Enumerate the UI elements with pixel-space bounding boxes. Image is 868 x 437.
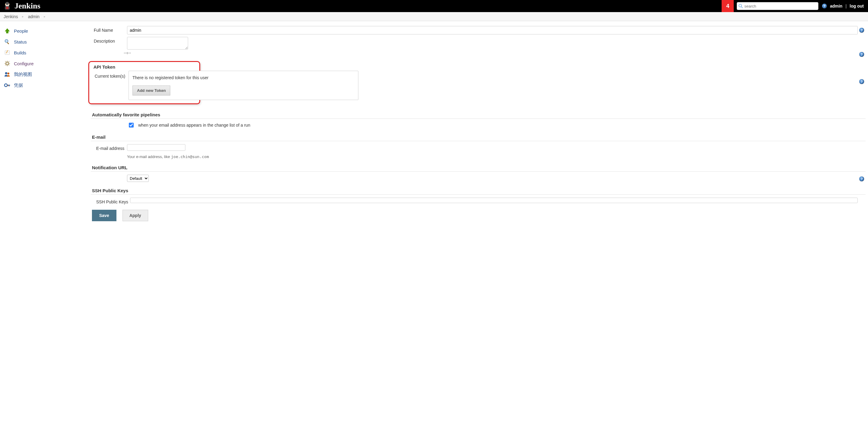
svg-point-5 — [7, 4, 8, 5]
svg-point-26 — [5, 72, 7, 74]
auto-favorite-label: when your email address appears in the c… — [138, 123, 250, 128]
api-token-highlight: API Token Current token(s) There is no r… — [88, 61, 200, 104]
side-panel: People Status Builds — [0, 21, 91, 95]
up-arrow-icon — [4, 27, 11, 34]
auto-favorite-heading: Automatically favorite pipelines — [91, 111, 866, 119]
svg-point-10 — [5, 40, 8, 43]
api-token-heading: API Token — [92, 64, 197, 70]
add-new-token-button[interactable]: Add new Token — [132, 86, 170, 96]
people-icon — [4, 71, 11, 78]
email-input[interactable] — [127, 144, 185, 151]
sidebar-item-builds[interactable]: Builds — [2, 47, 88, 58]
search-input[interactable] — [737, 2, 818, 10]
breadcrumb-root[interactable]: Jenkins — [4, 14, 18, 19]
svg-rect-30 — [9, 85, 10, 87]
svg-line-9 — [741, 7, 743, 8]
svg-rect-19 — [7, 65, 7, 66]
svg-rect-29 — [7, 85, 10, 86]
email-hint: Your e-mail address, like joe.chin@sun.c… — [127, 153, 209, 159]
jenkins-icon — [2, 1, 12, 11]
chevron-right-icon: ▸ — [44, 15, 45, 18]
search-icon — [4, 38, 11, 45]
svg-rect-7 — [6, 7, 8, 9]
svg-point-4 — [6, 4, 7, 5]
svg-point-27 — [7, 72, 9, 74]
token-panel: There is no registered token for this us… — [128, 71, 359, 100]
svg-point-28 — [4, 84, 7, 87]
sidebar-item-people[interactable]: People — [2, 25, 88, 36]
help-icon[interactable]: ? — [859, 176, 864, 181]
save-button[interactable]: Save — [92, 210, 117, 221]
help-icon[interactable]: ? — [859, 52, 864, 57]
help-icon[interactable]: ? — [822, 4, 827, 8]
top-header: Jenkins 4 ? admin | log out — [0, 0, 868, 12]
help-icon[interactable]: ? — [859, 79, 864, 84]
svg-rect-20 — [4, 63, 5, 64]
svg-rect-31 — [8, 85, 8, 87]
chevron-right-icon: ▸ — [22, 15, 24, 18]
description-label: Description — [91, 37, 127, 43]
breadcrumb-user[interactable]: admin — [28, 14, 39, 19]
sidebar-item-credentials[interactable]: 凭据 — [2, 80, 88, 91]
help-icon[interactable]: ? — [859, 28, 864, 33]
ssh-heading: SSH Public Keys — [91, 187, 866, 195]
resize-grip[interactable] — [127, 52, 128, 55]
search-icon — [738, 4, 743, 8]
description-textarea[interactable] — [127, 37, 188, 49]
current-tokens-label: Current token(s) — [92, 71, 125, 78]
svg-rect-11 — [7, 42, 9, 44]
svg-rect-18 — [7, 61, 7, 62]
sidebar-item-label: Status — [14, 39, 27, 44]
config-form: Full Name ? Description ? API Token — [91, 21, 868, 233]
gear-icon — [4, 60, 11, 67]
svg-rect-22 — [5, 61, 6, 62]
notification-url-heading: Notification URL — [91, 164, 866, 172]
current-user-link[interactable]: admin — [830, 4, 842, 8]
email-label: E-mail address — [91, 144, 127, 151]
sidebar-item-label: 凭据 — [14, 82, 23, 88]
apply-button[interactable]: Apply — [123, 210, 148, 221]
logo[interactable]: Jenkins — [0, 1, 40, 11]
auto-favorite-checkbox[interactable] — [129, 123, 134, 128]
sidebar-item-status[interactable]: Status — [2, 36, 88, 47]
svg-point-17 — [7, 63, 8, 64]
logo-text: Jenkins — [14, 1, 40, 10]
sidebar-item-label: Configure — [14, 61, 34, 66]
separator: | — [845, 4, 846, 8]
breadcrumb: Jenkins ▸ admin ▸ — [0, 12, 868, 21]
key-icon — [4, 81, 11, 89]
svg-rect-21 — [9, 63, 10, 64]
sidebar-item-label: People — [14, 28, 28, 34]
no-token-message: There is no registered token for this us… — [132, 75, 354, 80]
email-heading: E-mail — [91, 133, 866, 141]
notification-badge[interactable]: 4 — [722, 0, 734, 12]
notepad-icon — [4, 49, 11, 56]
notification-url-select[interactable]: Default — [127, 175, 149, 182]
full-name-label: Full Name — [91, 26, 127, 33]
svg-point-2 — [6, 2, 9, 5]
ssh-label: SSH Public Keys — [91, 198, 130, 204]
svg-rect-24 — [8, 61, 10, 62]
sidebar-item-configure[interactable]: Configure — [2, 58, 88, 69]
logout-link[interactable]: log out — [849, 4, 864, 8]
full-name-input[interactable] — [127, 26, 858, 34]
ssh-textarea[interactable] — [130, 198, 858, 203]
sidebar-item-label: Builds — [14, 50, 26, 55]
sidebar-item-myviews[interactable]: 我的视图 — [2, 69, 88, 80]
search-box — [737, 2, 818, 10]
sidebar-item-label: 我的视图 — [14, 72, 32, 77]
